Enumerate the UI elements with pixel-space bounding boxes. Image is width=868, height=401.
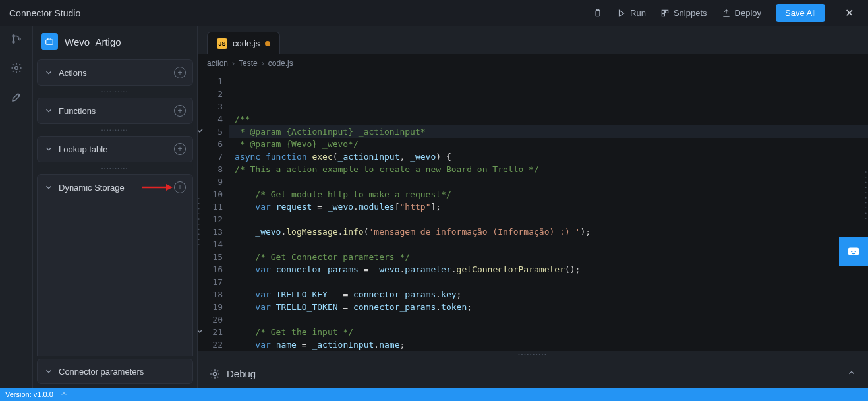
code-editor[interactable]: 123 4 5 678910 1112131415 1617181920 21 … xyxy=(198,73,868,351)
svg-rect-2 xyxy=(662,10,664,13)
chevron-down-icon xyxy=(44,144,53,154)
svg-point-12 xyxy=(213,372,216,375)
save-all-button[interactable]: Save All xyxy=(776,4,825,22)
add-action-button[interactable] xyxy=(174,67,186,78)
svg-point-8 xyxy=(14,67,18,70)
panel-dynamic-head[interactable]: Dynamic Storage xyxy=(38,175,192,200)
resize-handle[interactable]: •••••••••• xyxy=(198,351,868,359)
fold-icon[interactable] xyxy=(198,328,203,334)
panel-connector-params: Connector parameters xyxy=(37,359,193,384)
debug-label: Debug xyxy=(227,368,256,379)
close-button[interactable]: ✕ xyxy=(840,4,859,22)
crumb[interactable]: Teste xyxy=(239,59,258,68)
panel-functions: Functions xyxy=(37,98,193,124)
crumb[interactable]: code.js xyxy=(268,59,293,68)
project-icon xyxy=(41,33,58,50)
run-button[interactable]: Run xyxy=(617,8,646,18)
project-header: Wevo_Artigo xyxy=(33,26,197,57)
fold-icon[interactable] xyxy=(198,127,203,134)
add-storage-button[interactable] xyxy=(174,181,186,193)
left-panel: Wevo_Artigo Actions •••••••••• Functions… xyxy=(33,26,198,388)
status-bar: Version: v1.0.0 xyxy=(0,388,868,401)
version-label: Version: v1.0.0 xyxy=(5,390,53,398)
debug-expand-button[interactable] xyxy=(847,368,856,380)
rocket-icon[interactable] xyxy=(11,91,22,106)
panel-lookup-head[interactable]: Lookup table xyxy=(38,137,192,162)
chevron-down-icon xyxy=(44,367,53,376)
chevron-down-icon xyxy=(44,183,53,192)
panel-lookup-table: Lookup table xyxy=(37,136,193,162)
dirty-indicator-icon xyxy=(265,41,270,46)
panel-connector-head[interactable]: Connector parameters xyxy=(37,359,193,384)
tab-code-js[interactable]: JS code.js xyxy=(207,32,280,54)
svg-point-6 xyxy=(13,41,14,43)
gear-icon[interactable] xyxy=(11,62,22,77)
tab-label: code.js xyxy=(233,38,260,48)
editor-column: JS code.js action › Teste › code.js 123 … xyxy=(198,26,868,388)
clipboard-button[interactable] xyxy=(593,9,602,18)
svg-point-7 xyxy=(18,38,20,40)
panel-functions-head[interactable]: Functions xyxy=(38,98,192,123)
app-title: Connector Studio xyxy=(9,8,80,18)
panel-actions: Actions xyxy=(37,59,193,86)
chevron-down-icon xyxy=(44,68,53,77)
panel-dynamic-storage: Dynamic Storage xyxy=(37,174,193,356)
project-name: Wevo_Artigo xyxy=(65,36,121,47)
icon-rail xyxy=(0,26,33,388)
add-function-button[interactable] xyxy=(174,105,186,117)
code-content[interactable]: /** * @param {ActionInput} _actionInput*… xyxy=(229,73,868,351)
deploy-button[interactable]: Deploy xyxy=(722,8,761,18)
js-file-icon: JS xyxy=(217,38,227,49)
crumb[interactable]: action xyxy=(207,59,228,68)
svg-rect-3 xyxy=(666,10,668,13)
svg-point-5 xyxy=(13,35,14,37)
debug-bar: Debug xyxy=(198,359,868,388)
top-bar: Connector Studio Run Snippets Deploy Sav… xyxy=(0,0,868,26)
svg-rect-4 xyxy=(662,13,664,16)
chevron-down-icon xyxy=(44,106,53,115)
footer-expand-button[interactable] xyxy=(60,390,68,399)
add-lookup-button[interactable] xyxy=(174,143,186,155)
tabs-row: JS code.js xyxy=(198,26,868,54)
line-gutter: 123 4 5 678910 1112131415 1617181920 21 … xyxy=(198,73,229,351)
panel-actions-head[interactable]: Actions xyxy=(38,60,192,85)
resize-handle-left[interactable]: • • • • • • • • • • xyxy=(197,198,201,247)
snippets-button[interactable]: Snippets xyxy=(660,8,707,18)
branch-icon[interactable] xyxy=(11,33,22,47)
breadcrumb: action › Teste › code.js xyxy=(198,54,868,73)
svg-rect-9 xyxy=(46,40,53,44)
bug-icon xyxy=(210,369,220,379)
